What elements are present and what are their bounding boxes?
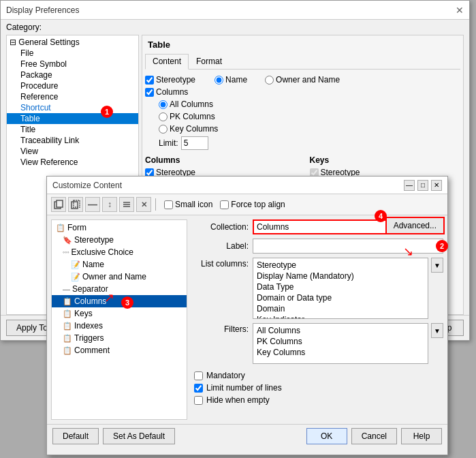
default-btn[interactable]: Default (52, 428, 99, 444)
all-columns-item: All Columns (159, 100, 213, 109)
annotation-badge-1: 1 (101, 106, 113, 118)
sidebar-item-package[interactable]: Package (7, 70, 138, 80)
all-columns-radio[interactable] (159, 100, 168, 109)
dialog-minimize-btn[interactable]: — (404, 180, 415, 191)
filters-container: All Columns PK Columns Key Columns ▼ (253, 323, 443, 364)
filter-pk-columns[interactable]: PK Columns (255, 336, 426, 347)
sidebar-item-view[interactable]: View (7, 146, 138, 157)
key-columns-radio[interactable] (159, 125, 168, 134)
dtree-triggers[interactable]: 📋 Triggers (52, 332, 187, 344)
list-col-stereotype[interactable]: Stereotype (255, 260, 426, 271)
dtree-form-icon: 📋 (56, 224, 65, 232)
dialog-cancel-btn[interactable]: Cancel (351, 428, 397, 444)
list-col-data-type[interactable]: Data Type (255, 281, 426, 292)
filter-key-columns[interactable]: Key Columns (255, 347, 426, 358)
sidebar-item-title[interactable]: Title (7, 124, 138, 135)
stereotype-checkbox[interactable] (145, 76, 154, 85)
dialog-controls: — □ ✕ (404, 180, 442, 191)
dtree-stereotype[interactable]: 🔖 Stereotype (52, 234, 187, 246)
collection-label: Collection: (194, 222, 249, 232)
svg-rect-2 (72, 202, 78, 209)
set-as-default-btn[interactable]: Set As Default (103, 428, 175, 444)
key-columns-row: Key Columns (159, 124, 460, 134)
sidebar-item-general-settings[interactable]: ⊟ General Settings (7, 37, 138, 48)
dtree-stereotype-icon: 🔖 (63, 236, 72, 245)
limit-lines-row: Limit number of lines (194, 383, 443, 393)
dtree-owner-and-name[interactable]: 📝 Owner and Name (52, 271, 187, 283)
sidebar-item-table[interactable]: Table (7, 113, 138, 124)
dtree-sep-icon: — (63, 285, 70, 293)
sidebar-item-reference[interactable]: Reference (7, 91, 138, 102)
list-columns-label: List columns: (194, 259, 249, 269)
dtree-form[interactable]: 📋 Form (52, 222, 187, 234)
small-icon-check-label: Small icon (164, 200, 212, 209)
dialog-body: 📋 Form 🔖 Stereotype ◦◦◦ Exclusive Choice… (47, 215, 447, 424)
dialog-toolbar: — ↕ ✕ Small icon Force top align (47, 194, 447, 215)
sidebar-item-traceability-link[interactable]: Traceability Link (7, 135, 138, 146)
label-input[interactable] (253, 239, 443, 254)
dtree-keys[interactable]: 📋 Keys (52, 307, 187, 320)
hide-when-empty-checkbox[interactable] (194, 396, 203, 405)
tab-format[interactable]: Format (189, 54, 229, 69)
name-radio-item: Name (215, 75, 247, 85)
dtree-comment-icon: 📋 (63, 346, 72, 355)
main-close-btn[interactable]: ✕ (456, 5, 464, 16)
pk-columns-item: PK Columns (159, 112, 215, 121)
key-columns-item: Key Columns (159, 124, 218, 134)
filters-box[interactable]: All Columns PK Columns Key Columns (253, 323, 428, 364)
list-col-key-indicator[interactable]: Key Indicator (255, 314, 426, 319)
list-col-domain[interactable]: Domain (255, 303, 426, 314)
filters-row: Filters: All Columns PK Columns Key Colu… (194, 323, 443, 364)
tab-content[interactable]: Content (145, 54, 189, 70)
owner-name-radio[interactable] (265, 76, 274, 85)
pk-columns-radio[interactable] (159, 112, 168, 121)
dialog-ok-btn[interactable]: OK (306, 428, 347, 444)
list-col-domain-data-type[interactable]: Domain or Data type (255, 292, 426, 303)
toolbar-delete-btn[interactable]: ✕ (136, 197, 151, 212)
list-scroll-btn[interactable]: ▼ (431, 258, 443, 273)
columns-options: All Columns PK Columns Key Columns (159, 100, 460, 150)
list-columns-box[interactable]: Stereotype Display Name (Mandatory) Data… (253, 258, 428, 319)
columns-checkbox[interactable] (145, 88, 154, 97)
advanced-btn[interactable]: Advanced... (385, 217, 445, 234)
filter-all-columns[interactable]: All Columns (255, 325, 426, 336)
dtree-comment[interactable]: 📋 Comment (52, 344, 187, 356)
sidebar-item-shortcut[interactable]: Shortcut (7, 102, 138, 113)
filters-label: Filters: (194, 324, 249, 334)
checkboxes-section: Mandatory Limit number of lines Hide whe… (194, 371, 443, 405)
small-icon-checkbox[interactable] (164, 200, 173, 209)
tabs-row: Content Format (145, 54, 460, 70)
dtree-keys-icon: 📋 (63, 309, 72, 318)
limit-lines-checkbox[interactable] (194, 384, 203, 393)
toolbar-arrow-btn[interactable]: ↕ (102, 197, 117, 212)
mandatory-checkbox[interactable] (194, 371, 203, 380)
dtree-separator[interactable]: — Separator (52, 283, 187, 295)
filters-scroll-btn[interactable]: ▼ (431, 323, 443, 338)
dtree-name[interactable]: 📝 Name (52, 258, 187, 271)
dialog-help-btn[interactable]: Help (401, 428, 442, 444)
dtree-exclusive-choice[interactable]: ◦◦◦ Exclusive Choice (52, 246, 187, 258)
sidebar-item-file[interactable]: File (7, 48, 138, 59)
dtree-columns[interactable]: 📋 Columns (52, 295, 187, 307)
toolbar-dash-btn[interactable]: — (85, 197, 100, 212)
list-col-display-name[interactable]: Display Name (Mandatory) (255, 271, 426, 281)
toolbar-copy2-btn[interactable] (68, 197, 83, 212)
toolbar-copy1-btn[interactable] (51, 197, 66, 212)
sidebar-item-view-reference[interactable]: View Reference (7, 157, 138, 168)
toolbar-list-btn[interactable] (119, 197, 134, 212)
list-columns-container: Stereotype Display Name (Mandatory) Data… (253, 258, 443, 319)
dtree-triggers-icon: 📋 (63, 334, 72, 343)
dtree-indexes[interactable]: 📋 Indexes (52, 320, 187, 332)
dialog-maximize-btn[interactable]: □ (417, 180, 428, 191)
dtree-indexes-icon: 📋 (63, 322, 72, 331)
dialog-right-panel: Collection: Label: List columns: Stereot… (190, 215, 447, 424)
name-radio[interactable] (215, 76, 223, 85)
limit-input[interactable] (181, 136, 208, 150)
dialog-close-btn[interactable]: ✕ (431, 180, 442, 191)
limit-row: Limit: (159, 136, 460, 150)
sidebar-item-free-symbol[interactable]: Free Symbol (7, 59, 138, 70)
force-top-align-check-label: Force top align (220, 200, 285, 209)
sidebar-item-procedure[interactable]: Procedure (7, 80, 138, 91)
annotation-badge-4: 4 (375, 210, 387, 222)
force-top-align-checkbox[interactable] (220, 200, 229, 209)
